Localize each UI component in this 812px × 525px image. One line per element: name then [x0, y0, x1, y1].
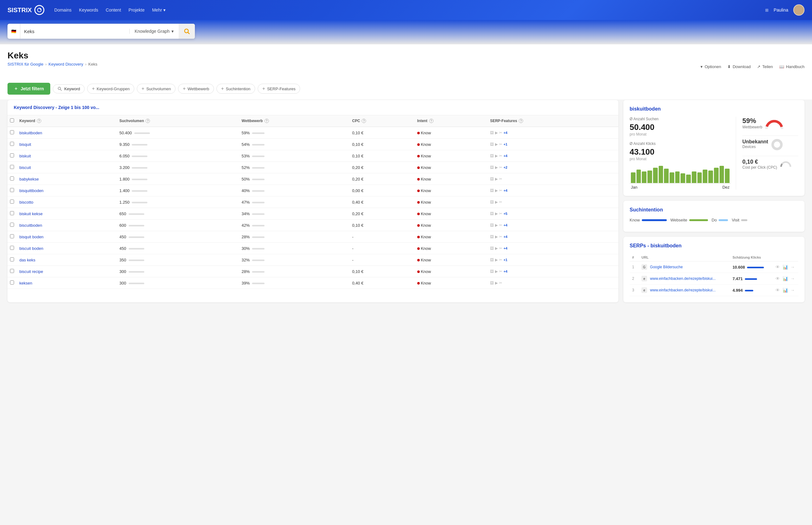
- image-icon[interactable]: 🖼: [490, 269, 494, 274]
- search-button[interactable]: [179, 24, 195, 39]
- serp-info-icon[interactable]: ?: [519, 119, 523, 123]
- nav-content[interactable]: Content: [106, 7, 121, 13]
- vol-info-icon[interactable]: ?: [146, 119, 150, 123]
- scissors-icon[interactable]: ✂: [499, 131, 502, 135]
- video-icon[interactable]: ▶: [495, 142, 498, 147]
- wettbewerb-filter[interactable]: + Wettbewerb: [178, 84, 214, 94]
- row-checkbox[interactable]: [10, 153, 14, 158]
- row-checkbox[interactable]: [10, 142, 14, 146]
- video-icon[interactable]: ▶: [495, 188, 498, 193]
- video-icon[interactable]: ▶: [495, 211, 498, 216]
- arrow-icon[interactable]: →: [790, 275, 796, 282]
- row-checkbox[interactable]: [10, 246, 14, 250]
- image-icon[interactable]: 🖼: [490, 165, 494, 169]
- image-icon[interactable]: 🖼: [490, 246, 494, 251]
- image-icon[interactable]: 🖼: [490, 223, 494, 227]
- chart-icon[interactable]: 📊: [782, 287, 788, 293]
- jetzt-filtern-button[interactable]: ＋ Jetzt filtern: [7, 83, 50, 95]
- scissors-icon[interactable]: ✂: [499, 188, 502, 193]
- eye-icon[interactable]: 👁: [775, 275, 781, 282]
- image-icon[interactable]: 🖼: [490, 200, 494, 204]
- comp-info-icon[interactable]: ?: [265, 119, 269, 123]
- table-scroll[interactable]: Keyword ? Suchvolumen ? Wettbewerb ? C: [7, 115, 618, 289]
- user-avatar[interactable]: [793, 4, 805, 16]
- action-handbuch[interactable]: 📖 Handbuch: [779, 64, 805, 69]
- video-icon[interactable]: ▶: [495, 177, 498, 181]
- serp-url-link[interactable]: Google Bildersuche: [650, 265, 683, 269]
- grid-icon[interactable]: ⊞: [765, 8, 769, 13]
- serp-url-link[interactable]: www.einfachbacken.de/rezepte/biskui...: [650, 288, 716, 292]
- chart-icon[interactable]: 📊: [782, 275, 788, 282]
- suchintention-filter[interactable]: + Suchintention: [216, 84, 255, 94]
- keyword-gruppen-filter[interactable]: + Keyword-Gruppen: [87, 84, 134, 94]
- keyword-link[interactable]: biscuit boden: [19, 246, 43, 251]
- image-icon[interactable]: 🖼: [490, 131, 494, 135]
- keyword-link[interactable]: bisquit: [19, 142, 31, 147]
- select-all-checkbox[interactable]: [10, 118, 14, 122]
- scissors-icon[interactable]: ✂: [499, 142, 502, 147]
- cpc-info-icon[interactable]: ?: [362, 119, 366, 123]
- nav-keywords[interactable]: Keywords: [79, 7, 98, 13]
- image-icon[interactable]: 🖼: [490, 235, 494, 239]
- search-input[interactable]: [20, 29, 129, 34]
- nav-mehr[interactable]: Mehr ▾: [152, 7, 166, 13]
- keyword-link[interactable]: babykekse: [19, 177, 39, 181]
- keyword-link[interactable]: biscotto: [19, 200, 33, 205]
- serp-extras[interactable]: +1: [503, 142, 508, 146]
- image-icon[interactable]: 🖼: [490, 211, 494, 216]
- row-checkbox[interactable]: [10, 130, 14, 134]
- scissors-icon[interactable]: ✂: [499, 269, 502, 274]
- serp-features-filter[interactable]: + SERP-Features: [258, 84, 300, 94]
- row-checkbox[interactable]: [10, 188, 14, 192]
- video-icon[interactable]: ▶: [495, 154, 498, 158]
- row-checkbox[interactable]: [10, 234, 14, 238]
- breadcrumb-home[interactable]: SISTRIX für Google: [7, 62, 43, 66]
- nav-projekte[interactable]: Projekte: [129, 7, 145, 13]
- image-icon[interactable]: 🖼: [490, 281, 494, 285]
- action-teilen[interactable]: ↗ Teilen: [757, 64, 773, 69]
- keyword-link[interactable]: biscuitboden: [19, 223, 42, 228]
- serp-extras[interactable]: +4: [503, 189, 508, 192]
- video-icon[interactable]: ▶: [495, 269, 498, 274]
- scissors-icon[interactable]: ✂: [499, 177, 502, 181]
- video-icon[interactable]: ▶: [495, 131, 498, 135]
- serp-extras[interactable]: +4: [503, 270, 508, 273]
- row-checkbox[interactable]: [10, 269, 14, 273]
- row-checkbox[interactable]: [10, 199, 14, 204]
- video-icon[interactable]: ▶: [495, 223, 498, 227]
- keyword-link[interactable]: biskuit kekse: [19, 211, 43, 216]
- scissors-icon[interactable]: ✂: [499, 165, 502, 169]
- image-icon[interactable]: 🖼: [490, 154, 494, 158]
- flag-button[interactable]: 🇩🇪: [7, 24, 20, 39]
- image-icon[interactable]: 🖼: [490, 177, 494, 181]
- search-type-selector[interactable]: Knowledge Graph ▾: [129, 29, 179, 34]
- keyword-link[interactable]: biskuit: [19, 154, 31, 158]
- row-checkbox[interactable]: [10, 165, 14, 169]
- keyword-link[interactable]: bisquittboden: [19, 188, 43, 193]
- arrow-icon[interactable]: →: [790, 287, 796, 293]
- nav-domains[interactable]: Domains: [54, 7, 72, 13]
- row-checkbox[interactable]: [10, 281, 14, 285]
- intent-info-icon[interactable]: ?: [429, 119, 434, 123]
- serp-extras[interactable]: +1: [503, 258, 508, 262]
- chart-icon[interactable]: 📊: [782, 264, 788, 270]
- scissors-icon[interactable]: ✂: [499, 235, 502, 239]
- serp-extras[interactable]: +4: [503, 223, 508, 227]
- scissors-icon[interactable]: ✂: [499, 258, 502, 262]
- scissors-icon[interactable]: ✂: [499, 211, 502, 216]
- keyword-link[interactable]: biskuitboden: [19, 131, 42, 135]
- keyword-link[interactable]: keksen: [19, 281, 32, 285]
- serp-extras[interactable]: +2: [503, 166, 508, 169]
- keyword-link[interactable]: biscuit: [19, 165, 31, 170]
- video-icon[interactable]: ▶: [495, 235, 498, 239]
- keyword-link[interactable]: bisquit boden: [19, 235, 43, 239]
- serp-extras[interactable]: +4: [503, 235, 508, 239]
- keyword-link[interactable]: das keks: [19, 258, 35, 262]
- eye-icon[interactable]: 👁: [775, 264, 781, 270]
- video-icon[interactable]: ▶: [495, 281, 498, 285]
- suchvolumen-filter[interactable]: + Suchvolumen: [137, 84, 176, 94]
- keyword-link[interactable]: biscuit recipe: [19, 269, 43, 274]
- row-checkbox[interactable]: [10, 211, 14, 215]
- image-icon[interactable]: 🖼: [490, 258, 494, 262]
- eye-icon[interactable]: 👁: [775, 287, 781, 293]
